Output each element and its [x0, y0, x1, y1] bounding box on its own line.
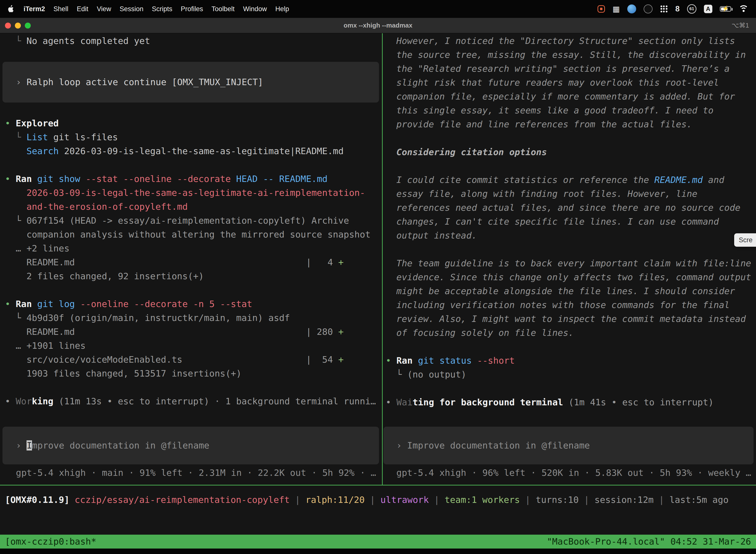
ran-verb: Ran [16, 299, 32, 309]
menu-item-iterm2[interactable]: iTerm2 [19, 5, 49, 13]
input-source-icon[interactable]: A [704, 5, 712, 13]
separator: | [584, 495, 589, 505]
diffstat-row: src/voice/voiceModeEnabled.ts | 54 + [0, 353, 382, 367]
battery-percentage-badge[interactable]: 61 [687, 4, 696, 14]
ran-git-show-line[interactable]: • Ran git show --stat --oneline --decora… [0, 172, 382, 186]
working-word-dim: Wor [16, 396, 32, 406]
diffstat-plus: + [338, 257, 344, 267]
thinking-heading: Considering citation options [383, 145, 756, 159]
prompt-char: › [16, 77, 26, 87]
turns-counter: turns:10 [536, 495, 579, 505]
bullet-icon: • [386, 397, 396, 407]
input-placeholder: Improve documentation in @filename [407, 440, 590, 450]
working-details: (11m 13s • esc to interrupt) · 1 backgro… [53, 396, 376, 406]
working-status-line: • Working (11m 13s • esc to interrupt) ·… [0, 394, 382, 408]
app-grid-dots-icon[interactable] [660, 5, 668, 13]
menu-item-shell[interactable]: Shell [49, 5, 73, 13]
prompt-input-left[interactable]: › Improve documentation in @filename [2, 427, 379, 464]
figure-eight-icon[interactable]: 8 [675, 4, 680, 13]
menu-item-session[interactable]: Session [115, 5, 147, 13]
menu-item-profiles[interactable]: Profiles [177, 5, 207, 13]
omx-version: [OMX#0.11.9] [5, 495, 69, 505]
session-duration: session:12m [594, 495, 653, 505]
diffstat-plus: + [338, 354, 344, 365]
charging-bolt-icon: ⚡ [722, 5, 729, 12]
battery-icon[interactable]: ⚡ [720, 6, 731, 12]
status-divider [0, 485, 756, 486]
explored-line[interactable]: • Explored [0, 116, 382, 130]
window-shortcut-badge: ⌥⌘1 [732, 18, 749, 33]
menu-item-window[interactable]: Window [239, 5, 271, 13]
ran-git-log-line[interactable]: • Ran git log --oneline --decorate -n 5 … [0, 297, 382, 311]
ralph-loop-text: Ralph loop active continue [OMX_TMUX_INJ… [26, 77, 263, 87]
no-agents-line: └ No agents completed yet [0, 34, 382, 48]
window-title-bar[interactable]: omx --xhigh --madmax ⌥⌘1 [0, 18, 756, 33]
thinking-paragraph: I could cite commit statistics or refere… [383, 173, 756, 242]
menu-item-edit[interactable]: Edit [73, 5, 93, 13]
ralph-loop-injected-prompt: › Ralph loop active continue [OMX_TMUX_I… [2, 62, 379, 103]
list-arg: git ls-files [48, 132, 118, 142]
paragraph-text: I could cite commit statistics or refere… [396, 175, 654, 185]
bullet-icon: • [5, 396, 16, 406]
collapsed-lines-indicator[interactable]: … +1901 lines [0, 339, 382, 353]
menu-item-view[interactable]: View [92, 5, 115, 13]
separator: | [370, 495, 375, 505]
tree-connector: └ [5, 132, 26, 142]
input-placeholder: mprove documentation in @filename [32, 440, 209, 450]
prompt-input-right[interactable]: › Improve documentation in @filename [383, 427, 754, 464]
right-pane-bottom: › Improve documentation in @filename gpt… [383, 427, 756, 485]
ran-verb: Ran [16, 174, 32, 184]
bullet-icon: • [5, 299, 16, 309]
command-name: git status [413, 355, 471, 366]
separator: | [295, 495, 300, 505]
prompt-char: › [16, 440, 26, 450]
tmux-status-bar: [omx-cczip0:bash*"MacBook-Pro-44.local" … [0, 535, 756, 549]
bullet-icon: • [5, 174, 16, 184]
menu-item-toolbelt[interactable]: Toolbelt [207, 5, 239, 13]
tmux-host-clock: "MacBook-Pro-44.local" 04:52 31-Mar-26 [547, 535, 751, 549]
session-stats-right: gpt-5.4 xhigh · 96% left · 520K in · 5.8… [383, 466, 756, 480]
diffstat-text: README.md | 280 [5, 327, 338, 337]
ran-verb: Ran [396, 355, 413, 366]
list-line: └ List git ls-files [0, 130, 382, 144]
team-workers: team:1 workers [445, 495, 520, 505]
apple-menu[interactable] [7, 5, 14, 13]
window-grid-icon[interactable]: ▦ [612, 4, 620, 14]
bullet-icon: • [5, 118, 16, 128]
right-pane: However, I noticed the "Directory Struct… [383, 33, 756, 485]
omx-status-bar: [OMX#0.11.9]cczip/essay/ai-reimplementat… [0, 493, 756, 507]
window-title: omx --xhigh --madmax [0, 18, 756, 33]
diffstat-row: README.md | 280 + [0, 325, 382, 339]
menu-bar-menus: iTerm2 Shell Edit View Session Scripts P… [7, 5, 293, 13]
text-cursor: I [26, 440, 32, 450]
diffstat-summary: 2 files changed, 92 insertions(+) [0, 269, 382, 283]
no-output-line: └ (no output) [383, 368, 756, 382]
collapsed-lines-indicator[interactable]: … +2 lines [0, 241, 382, 256]
macos-menu-bar: iTerm2 Shell Edit View Session Scripts P… [0, 0, 756, 18]
wifi-icon[interactable] [739, 5, 749, 13]
menu-item-help[interactable]: Help [271, 5, 294, 13]
dark-app-icon[interactable] [644, 4, 652, 13]
readme-file-link[interactable]: README.md [654, 175, 703, 185]
menu-item-scripts[interactable]: Scripts [147, 5, 177, 13]
blue-app-icon[interactable] [627, 4, 636, 13]
left-pane: └ No agents completed yet › Ralph loop a… [0, 33, 382, 485]
command-args: HEAD -- README.md [231, 174, 327, 184]
list-verb: List [26, 132, 48, 142]
waiting-word-bright: ting for background terminal [413, 397, 563, 407]
working-word-bright: king [32, 396, 53, 406]
bullet-icon: • [386, 355, 396, 366]
indent [5, 146, 26, 156]
last-activity: last:5m ago [670, 495, 729, 505]
tmux-session-window[interactable]: [omx-cczip0:bash* [5, 535, 96, 549]
session-stats-left: gpt-5.4 xhigh · main · 91% left · 2.31M … [0, 466, 382, 480]
no-agents-text: No agents completed yet [26, 36, 150, 46]
thinking-paragraph: However, I noticed the "Directory Struct… [383, 34, 756, 131]
search-arg: 2026-03-09-is-legal-the-same-as-legitima… [59, 146, 344, 156]
diffstat-text: README.md | 4 [5, 257, 338, 267]
command-name: git show [32, 174, 80, 184]
apple-icon [7, 5, 14, 13]
screen-recording-icon[interactable] [597, 5, 605, 13]
ran-git-status-line[interactable]: • Ran git status --short [383, 354, 756, 368]
search-verb: Search [26, 146, 59, 156]
